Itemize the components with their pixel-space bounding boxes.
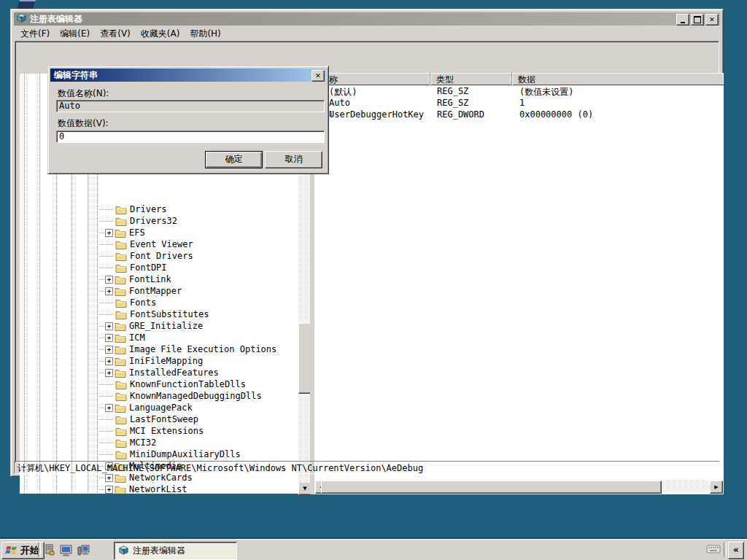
value-data-input[interactable]: 0 — [56, 131, 325, 143]
tree-item-KnownFunctionTableDlls[interactable]: KnownFunctionTableDlls — [99, 378, 246, 390]
menu-item-3[interactable]: 收藏夹(A) — [136, 26, 185, 42]
tree-item-label: FontMapper — [129, 286, 182, 296]
tree-item-Event-Viewer[interactable]: Event Viewer — [99, 238, 193, 250]
value-type: REG_DWORD — [437, 109, 484, 120]
folder-icon — [115, 402, 126, 413]
tree-item-LastFontSweep[interactable]: LastFontSweep — [99, 413, 198, 425]
quicklaunch-server-icon[interactable] — [42, 542, 56, 557]
tree-item-label: MCI32 — [130, 438, 156, 448]
tree-item-FontDPI[interactable]: FontDPI — [99, 262, 167, 273]
expand-icon[interactable]: + — [105, 229, 113, 237]
column-header-type[interactable]: 类型 — [430, 73, 512, 85]
tree-item-KnownManagedDebuggingDlls[interactable]: KnownManagedDebuggingDlls — [99, 390, 262, 402]
status-path: 计算机\HKEY_LOCAL_MACHINE\SOFTWARE\Microsof… — [14, 461, 720, 474]
tree-item-label: InstalledFeatures — [129, 368, 219, 378]
folder-icon — [115, 344, 126, 355]
quicklaunch-computer-icon[interactable] — [76, 542, 90, 557]
scroll-right-icon[interactable]: ▶ — [710, 481, 723, 494]
tree-item-Drivers32[interactable]: Drivers32 — [99, 215, 177, 227]
column-header-name[interactable]: 名称 — [314, 73, 430, 85]
tree-connector — [105, 396, 114, 397]
title-bar[interactable]: 注册表编辑器 ✕ — [14, 12, 720, 26]
tree-connector — [99, 373, 105, 373]
ok-button[interactable]: 确定 — [205, 151, 263, 168]
maximize-button[interactable] — [691, 14, 704, 26]
expand-icon[interactable]: + — [105, 404, 113, 412]
menu-item-2[interactable]: 查看(V) — [95, 26, 136, 42]
menu-item-0[interactable]: 文件(F) — [15, 26, 55, 42]
tree-item-FontLink[interactable]: +FontLink — [99, 273, 171, 285]
tree-connector — [99, 349, 105, 350]
tree-connector — [99, 454, 105, 455]
close-button[interactable]: ✕ — [705, 14, 719, 26]
tree-item-Drivers[interactable]: Drivers — [99, 203, 167, 215]
tree-item-MiniDumpAuxiliaryDlls[interactable]: MiniDumpAuxiliaryDlls — [99, 448, 241, 460]
tree-connector — [99, 221, 105, 222]
value-data: 1 — [519, 98, 525, 108]
expand-icon[interactable]: + — [105, 486, 113, 494]
tree-item-ICM[interactable]: +ICM — [99, 332, 145, 343]
tree-connector — [105, 256, 114, 257]
tree-connector — [105, 384, 114, 385]
taskbar-separator — [38, 542, 41, 557]
tree-item-label: GRE_Initialize — [129, 321, 203, 331]
column-header-data[interactable]: 数据 — [512, 73, 724, 85]
tree-connector — [99, 419, 105, 420]
value-row-(默认)[interactable]: ab(默认)REG_SZ(数值未设置) — [314, 85, 724, 97]
expand-icon[interactable]: + — [105, 369, 113, 377]
values-list-pane[interactable]: 名称 类型 数据 ab(默认)REG_SZ(数值未设置)abAutoREG_SZ… — [314, 73, 724, 494]
folder-icon — [115, 286, 126, 297]
tree-connector — [99, 268, 105, 268]
tree-item-IniFileMapping[interactable]: +IniFileMapping — [99, 355, 203, 367]
dialog-title-bar[interactable]: 编辑字符串 ✕ — [50, 69, 326, 82]
tree-item-InstalledFeatures[interactable]: +InstalledFeatures — [99, 367, 219, 378]
menu-item-1[interactable]: 编辑(E) — [55, 26, 95, 42]
scrollbar-thumb[interactable] — [321, 481, 662, 494]
tree-item-label: Font Drivers — [130, 251, 193, 261]
tree-item-Image-File-Execution-Options[interactable]: +Image File Execution Options — [99, 343, 276, 355]
tree-item-label: Drivers — [130, 204, 167, 214]
expand-icon[interactable]: + — [105, 474, 113, 482]
keyboard-input-icon[interactable] — [706, 544, 721, 556]
tree-item-Fonts[interactable]: Fonts — [99, 297, 156, 308]
value-row-UserDebuggerHotKey[interactable]: 011UserDebuggerHotKeyREG_DWORD0x00000000… — [314, 109, 724, 120]
folder-icon — [115, 309, 127, 320]
expand-icon[interactable]: + — [105, 346, 113, 354]
expand-icon[interactable]: + — [105, 357, 113, 365]
minimize-button[interactable] — [676, 14, 689, 26]
value-row-Auto[interactable]: abAutoREG_SZ1 — [314, 97, 724, 109]
dialog-title: 编辑字符串 — [54, 69, 98, 82]
expand-icon[interactable]: + — [105, 334, 113, 342]
tree-connector — [99, 314, 105, 315]
tree-item-label: KnownFunctionTableDlls — [130, 379, 246, 389]
tree-item-GRE_Initialize[interactable]: +GRE_Initialize — [99, 320, 203, 332]
tree-item-MCI-Extensions[interactable]: MCI Extensions — [99, 425, 204, 437]
tree-connector — [99, 361, 105, 362]
tree-item-LanguagePack[interactable]: +LanguagePack — [99, 402, 193, 413]
tree-item-NetworkList[interactable]: +NetworkList — [99, 483, 187, 494]
tree-item-MCI32[interactable]: MCI32 — [99, 437, 156, 448]
dialog-close-icon[interactable]: ✕ — [311, 70, 325, 82]
folder-icon — [115, 262, 127, 273]
list-header: 名称 类型 数据 — [314, 73, 724, 85]
value-name: Auto — [329, 98, 350, 108]
cancel-button[interactable]: 取消 — [265, 151, 322, 168]
tree-item-FontSubstitutes[interactable]: FontSubstitutes — [99, 308, 209, 320]
folder-icon — [115, 239, 127, 250]
tree-connector — [99, 256, 105, 257]
expand-icon[interactable]: + — [105, 287, 113, 295]
expand-icon[interactable]: + — [105, 276, 113, 284]
tree-connector — [105, 303, 114, 303]
menu-item-4[interactable]: 帮助(H) — [185, 26, 225, 42]
quicklaunch-desktop-icon[interactable] — [59, 542, 74, 557]
tray-expand-button[interactable]: « — [728, 542, 744, 559]
list-horizontal-scrollbar[interactable]: ◀ ▶ — [314, 481, 724, 492]
expand-icon[interactable]: + — [105, 322, 113, 330]
tree-item-label: Drivers32 — [130, 216, 177, 226]
tree-connector — [99, 338, 105, 338]
tree-connector — [99, 244, 105, 245]
taskbar-task-regedit[interactable]: 注册表编辑器 — [114, 542, 237, 560]
tree-item-FontMapper[interactable]: +FontMapper — [99, 285, 182, 297]
tree-item-Font-Drivers[interactable]: Font Drivers — [99, 250, 193, 262]
tree-item-EFS[interactable]: +EFS — [99, 227, 145, 238]
